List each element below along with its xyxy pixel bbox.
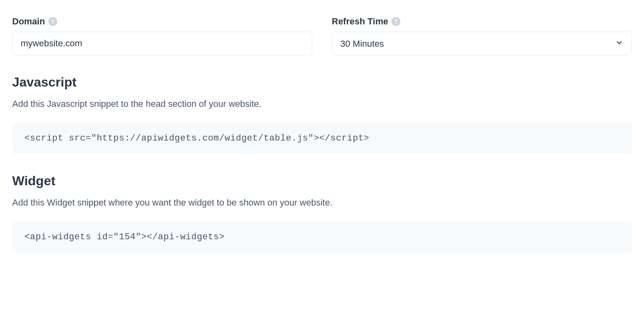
widget-heading: Widget bbox=[12, 173, 632, 188]
help-icon[interactable]: ? bbox=[391, 17, 400, 26]
widget-code-block[interactable]: <api-widgets id="154"></api-widgets> bbox=[12, 221, 632, 253]
refresh-select[interactable]: 30 Minutes bbox=[332, 32, 632, 55]
help-icon[interactable]: ? bbox=[48, 17, 57, 26]
javascript-description: Add this Javascript snippet to the head … bbox=[12, 98, 632, 110]
refresh-group: Refresh Time ? 30 Minutes bbox=[332, 16, 632, 55]
widget-description: Add this Widget snippet where you want t… bbox=[12, 197, 632, 209]
refresh-label-row: Refresh Time ? bbox=[332, 16, 632, 27]
refresh-label: Refresh Time bbox=[332, 16, 388, 27]
javascript-heading: Javascript bbox=[12, 75, 632, 90]
javascript-code-block[interactable]: <script src="https://apiwidgets.com/widg… bbox=[12, 123, 632, 154]
domain-input[interactable] bbox=[12, 32, 312, 55]
form-row: Domain ? Refresh Time ? 30 Minutes bbox=[12, 16, 632, 55]
refresh-select-wrapper: 30 Minutes bbox=[332, 32, 632, 55]
domain-label-row: Domain ? bbox=[12, 16, 312, 27]
domain-group: Domain ? bbox=[12, 16, 312, 55]
domain-label: Domain bbox=[12, 16, 45, 27]
